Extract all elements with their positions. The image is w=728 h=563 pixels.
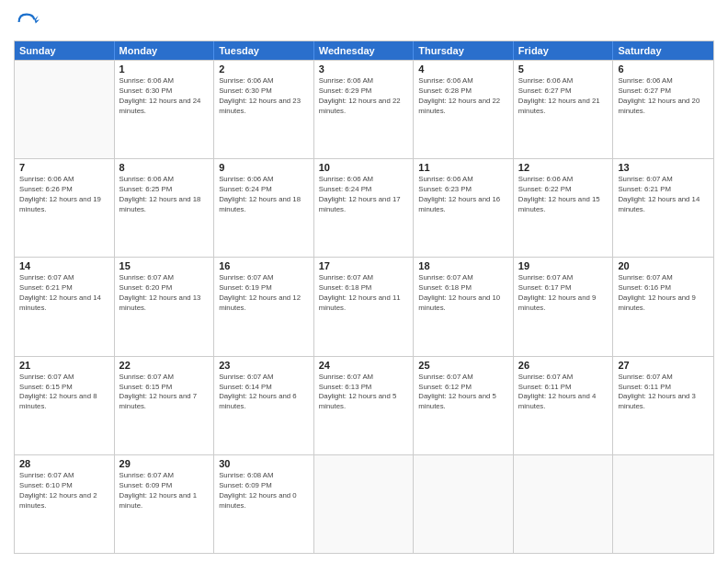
cell-day-number: 16	[219, 260, 309, 271]
cell-day-number: 24	[319, 360, 409, 371]
cell-info: Sunrise: 6:07 AM Sunset: 6:20 PM Dayligh…	[119, 273, 210, 314]
calendar-row-0: 1Sunrise: 6:06 AM Sunset: 6:30 PM Daylig…	[15, 60, 713, 158]
calendar-cell-0-6: 6Sunrise: 6:06 AM Sunset: 6:27 PM Daylig…	[613, 61, 713, 158]
weekday-header-thursday: Thursday	[414, 41, 514, 60]
cell-info: Sunrise: 6:07 AM Sunset: 6:10 PM Dayligh…	[19, 471, 109, 511]
calendar-cell-1-2: 9Sunrise: 6:06 AM Sunset: 6:24 PM Daylig…	[214, 159, 314, 257]
cell-day-number: 14	[19, 260, 109, 271]
cell-info: Sunrise: 6:06 AM Sunset: 6:25 PM Dayligh…	[119, 175, 210, 215]
cell-day-number: 22	[119, 360, 210, 371]
calendar-cell-1-5: 12Sunrise: 6:06 AM Sunset: 6:22 PM Dayli…	[514, 159, 614, 257]
logo	[14, 9, 43, 35]
calendar-cell-0-0	[15, 61, 115, 158]
cell-info: Sunrise: 6:07 AM Sunset: 6:11 PM Dayligh…	[518, 373, 609, 413]
cell-info: Sunrise: 6:06 AM Sunset: 6:27 PM Dayligh…	[518, 76, 609, 117]
calendar-row-4: 28Sunrise: 6:07 AM Sunset: 6:10 PM Dayli…	[15, 454, 713, 553]
cell-day-number: 13	[618, 162, 709, 173]
cell-info: Sunrise: 6:07 AM Sunset: 6:21 PM Dayligh…	[19, 273, 109, 314]
cell-day-number: 20	[618, 260, 709, 271]
calendar-cell-2-6: 20Sunrise: 6:07 AM Sunset: 6:16 PM Dayli…	[613, 258, 713, 355]
calendar-cell-0-4: 4Sunrise: 6:06 AM Sunset: 6:28 PM Daylig…	[414, 61, 514, 158]
cell-day-number: 4	[418, 63, 508, 75]
cell-info: Sunrise: 6:06 AM Sunset: 6:26 PM Dayligh…	[19, 175, 109, 215]
calendar-cell-2-1: 15Sunrise: 6:07 AM Sunset: 6:20 PM Dayli…	[115, 258, 215, 355]
calendar-cell-1-6: 13Sunrise: 6:07 AM Sunset: 6:21 PM Dayli…	[613, 159, 713, 257]
cell-info: Sunrise: 6:06 AM Sunset: 6:29 PM Dayligh…	[319, 76, 409, 117]
cell-info: Sunrise: 6:08 AM Sunset: 6:09 PM Dayligh…	[219, 471, 309, 511]
cell-day-number: 8	[119, 162, 210, 173]
calendar-cell-3-0: 21Sunrise: 6:07 AM Sunset: 6:15 PM Dayli…	[15, 357, 115, 454]
cell-info: Sunrise: 6:06 AM Sunset: 6:23 PM Dayligh…	[418, 175, 508, 215]
cell-day-number: 6	[618, 63, 709, 75]
logo-icon	[14, 9, 40, 35]
calendar-cell-0-5: 5Sunrise: 6:06 AM Sunset: 6:27 PM Daylig…	[514, 61, 614, 158]
calendar-cell-2-0: 14Sunrise: 6:07 AM Sunset: 6:21 PM Dayli…	[15, 258, 115, 355]
calendar-cell-2-4: 18Sunrise: 6:07 AM Sunset: 6:18 PM Dayli…	[414, 258, 514, 355]
calendar-cell-3-1: 22Sunrise: 6:07 AM Sunset: 6:15 PM Dayli…	[115, 357, 215, 454]
calendar: SundayMondayTuesdayWednesdayThursdayFrid…	[14, 40, 714, 554]
cell-day-number: 25	[418, 360, 508, 371]
cell-day-number: 2	[219, 63, 309, 75]
cell-info: Sunrise: 6:06 AM Sunset: 6:22 PM Dayligh…	[518, 175, 609, 215]
cell-day-number: 27	[618, 360, 709, 371]
calendar-cell-2-3: 17Sunrise: 6:07 AM Sunset: 6:18 PM Dayli…	[314, 258, 415, 355]
cell-day-number: 17	[319, 260, 409, 271]
calendar-cell-4-2: 30Sunrise: 6:08 AM Sunset: 6:09 PM Dayli…	[214, 455, 314, 553]
cell-day-number: 28	[19, 458, 109, 469]
page: SundayMondayTuesdayWednesdayThursdayFrid…	[0, 0, 728, 563]
calendar-header: SundayMondayTuesdayWednesdayThursdayFrid…	[15, 41, 713, 60]
weekday-header-wednesday: Wednesday	[314, 41, 415, 60]
calendar-cell-4-1: 29Sunrise: 6:07 AM Sunset: 6:09 PM Dayli…	[115, 455, 215, 553]
cell-day-number: 26	[518, 360, 609, 371]
cell-day-number: 19	[518, 260, 609, 271]
calendar-body: 1Sunrise: 6:06 AM Sunset: 6:30 PM Daylig…	[15, 60, 713, 553]
weekday-header-friday: Friday	[514, 41, 614, 60]
cell-day-number: 23	[219, 360, 309, 371]
calendar-cell-1-4: 11Sunrise: 6:06 AM Sunset: 6:23 PM Dayli…	[414, 159, 514, 257]
calendar-cell-3-3: 24Sunrise: 6:07 AM Sunset: 6:13 PM Dayli…	[314, 357, 415, 454]
weekday-header-sunday: Sunday	[15, 41, 115, 60]
cell-info: Sunrise: 6:07 AM Sunset: 6:21 PM Dayligh…	[618, 175, 709, 215]
calendar-cell-0-3: 3Sunrise: 6:06 AM Sunset: 6:29 PM Daylig…	[314, 61, 415, 158]
cell-info: Sunrise: 6:06 AM Sunset: 6:24 PM Dayligh…	[319, 175, 409, 215]
calendar-row-2: 14Sunrise: 6:07 AM Sunset: 6:21 PM Dayli…	[15, 257, 713, 355]
calendar-cell-4-4	[414, 455, 514, 553]
cell-day-number: 15	[119, 260, 210, 271]
cell-day-number: 3	[319, 63, 409, 75]
cell-day-number: 11	[418, 162, 508, 173]
calendar-cell-4-3	[314, 455, 415, 553]
cell-day-number: 30	[219, 458, 309, 469]
calendar-cell-0-2: 2Sunrise: 6:06 AM Sunset: 6:30 PM Daylig…	[214, 61, 314, 158]
calendar-cell-1-3: 10Sunrise: 6:06 AM Sunset: 6:24 PM Dayli…	[314, 159, 415, 257]
cell-info: Sunrise: 6:07 AM Sunset: 6:18 PM Dayligh…	[319, 273, 409, 314]
cell-info: Sunrise: 6:07 AM Sunset: 6:11 PM Dayligh…	[618, 373, 709, 413]
cell-day-number: 29	[119, 458, 210, 469]
calendar-cell-2-5: 19Sunrise: 6:07 AM Sunset: 6:17 PM Dayli…	[514, 258, 614, 355]
calendar-cell-2-2: 16Sunrise: 6:07 AM Sunset: 6:19 PM Dayli…	[214, 258, 314, 355]
cell-info: Sunrise: 6:07 AM Sunset: 6:18 PM Dayligh…	[418, 273, 508, 314]
cell-day-number: 10	[319, 162, 409, 173]
calendar-cell-3-4: 25Sunrise: 6:07 AM Sunset: 6:12 PM Dayli…	[414, 357, 514, 454]
cell-info: Sunrise: 6:07 AM Sunset: 6:15 PM Dayligh…	[19, 373, 109, 413]
cell-info: Sunrise: 6:07 AM Sunset: 6:19 PM Dayligh…	[219, 273, 309, 314]
calendar-cell-4-6	[613, 455, 713, 553]
cell-day-number: 18	[418, 260, 508, 271]
cell-info: Sunrise: 6:07 AM Sunset: 6:17 PM Dayligh…	[518, 273, 609, 314]
cell-day-number: 5	[518, 63, 609, 75]
cell-info: Sunrise: 6:06 AM Sunset: 6:28 PM Dayligh…	[418, 76, 508, 117]
cell-day-number: 1	[119, 63, 210, 75]
calendar-cell-3-6: 27Sunrise: 6:07 AM Sunset: 6:11 PM Dayli…	[613, 357, 713, 454]
cell-info: Sunrise: 6:06 AM Sunset: 6:24 PM Dayligh…	[219, 175, 309, 215]
cell-day-number: 12	[518, 162, 609, 173]
calendar-cell-1-1: 8Sunrise: 6:06 AM Sunset: 6:25 PM Daylig…	[115, 159, 215, 257]
cell-info: Sunrise: 6:06 AM Sunset: 6:30 PM Dayligh…	[119, 76, 210, 117]
cell-info: Sunrise: 6:07 AM Sunset: 6:09 PM Dayligh…	[119, 471, 210, 511]
calendar-cell-4-5	[514, 455, 614, 553]
calendar-cell-3-2: 23Sunrise: 6:07 AM Sunset: 6:14 PM Dayli…	[214, 357, 314, 454]
cell-day-number: 21	[19, 360, 109, 371]
cell-info: Sunrise: 6:07 AM Sunset: 6:15 PM Dayligh…	[119, 373, 210, 413]
calendar-row-3: 21Sunrise: 6:07 AM Sunset: 6:15 PM Dayli…	[15, 356, 713, 454]
calendar-cell-0-1: 1Sunrise: 6:06 AM Sunset: 6:30 PM Daylig…	[115, 61, 215, 158]
calendar-cell-4-0: 28Sunrise: 6:07 AM Sunset: 6:10 PM Dayli…	[15, 455, 115, 553]
cell-day-number: 7	[19, 162, 109, 173]
